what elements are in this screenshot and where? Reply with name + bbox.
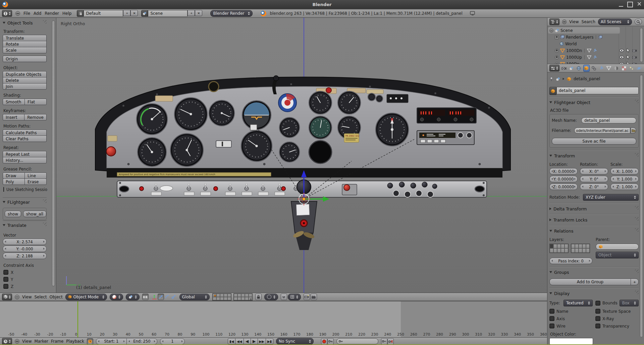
proportional-edit-dropdown[interactable]: [264, 294, 278, 300]
panel-drag-corner[interactable]: [633, 269, 639, 275]
parent-field[interactable]: [596, 244, 639, 250]
jump-to-end-button[interactable]: ▶▮: [266, 338, 273, 344]
gp-line-button[interactable]: Line: [24, 172, 47, 179]
bounds-checkbox[interactable]: [595, 301, 600, 306]
tab-scene[interactable]: [568, 65, 574, 72]
renderable-camera-icon[interactable]: [632, 56, 637, 59]
menu-file[interactable]: File: [23, 11, 30, 16]
mesh-name-field[interactable]: details_panel: [581, 117, 636, 124]
outliner-item-renderlayers[interactable]: RenderLayers: [555, 34, 602, 40]
tab-material[interactable]: [613, 65, 620, 72]
mode-dropdown[interactable]: Object Mode: [65, 294, 107, 300]
start-frame-field[interactable]: Start: 1: [96, 338, 127, 345]
transparency-checkbox[interactable]: [595, 324, 600, 329]
previous-keyframe-button[interactable]: ◀◀: [235, 338, 244, 344]
scene-name-field[interactable]: Scene: [148, 10, 187, 17]
tab-object[interactable]: [583, 65, 590, 72]
eye-icon[interactable]: [619, 49, 624, 52]
outliner-scrollbar[interactable]: [640, 28, 643, 62]
panel-drag-corner[interactable]: [633, 228, 639, 234]
pin-icon[interactable]: [549, 77, 553, 81]
join-button[interactable]: Join: [3, 83, 47, 90]
panel-drag-corner[interactable]: [633, 206, 639, 212]
calculate-paths-button[interactable]: Calculate Paths: [3, 130, 47, 136]
outliner-item-world[interactable]: World: [559, 41, 577, 47]
display-type-dropdown[interactable]: Textured: [564, 300, 593, 306]
tab-modifiers[interactable]: [598, 65, 604, 72]
window-minimize-button[interactable]: [619, 2, 623, 7]
window-duplicate-icon[interactable]: [470, 11, 475, 16]
properties-scrollbar[interactable]: [640, 75, 643, 337]
transform-orientation-dropdown[interactable]: Global: [179, 294, 210, 300]
panel-drag-corner[interactable]: [633, 153, 639, 159]
selectable-cursor-icon[interactable]: [627, 55, 630, 59]
expand-plus-icon[interactable]: [555, 49, 559, 53]
menu-tl-playback[interactable]: Playback: [66, 339, 84, 344]
relations-layers-a[interactable]: [549, 244, 569, 253]
manipulator-scale-icon[interactable]: [170, 294, 177, 300]
panel-header-transform[interactable]: Transform: [549, 153, 639, 159]
manipulator-rotate-icon[interactable]: [164, 294, 170, 300]
scene-breadcrumb-icon[interactable]: [556, 77, 560, 81]
manipulator-arrow-icon[interactable]: [158, 294, 164, 300]
repeat-last-button[interactable]: Repeat Last: [3, 151, 47, 157]
end-frame-field[interactable]: End: 250: [126, 338, 157, 345]
gp-draw-button[interactable]: Draw: [3, 172, 25, 179]
object-name-widget[interactable]: details_panel: [549, 87, 639, 94]
rot-y-field[interactable]: Y: 0°: [580, 176, 608, 182]
tool-shelf-scrollbar[interactable]: [52, 20, 55, 286]
editor-type-selector-timeline[interactable]: [2, 338, 12, 345]
rot-z-field[interactable]: Z: 0°: [580, 184, 608, 190]
scale-x-field[interactable]: X: 1.000: [610, 168, 639, 175]
new-group-plus-button[interactable]: ＋: [631, 279, 639, 285]
use-sketching-checkbox[interactable]: [3, 187, 4, 192]
vector-x-field[interactable]: X: 2.574: [3, 239, 47, 245]
snap-magnet-icon[interactable]: [281, 294, 287, 300]
menu-help[interactable]: Help: [62, 11, 71, 16]
render-opengl-icon[interactable]: [304, 294, 310, 300]
rot-x-field[interactable]: X: 0°: [580, 168, 608, 175]
menu-outliner-search[interactable]: Search: [582, 19, 595, 24]
panel-header-delta-transform[interactable]: Delta Transform: [549, 206, 639, 212]
panel-header-flightgear-object[interactable]: Flightgear Object: [549, 99, 639, 105]
timeline-ruler-area[interactable]: -50-40-30-20-100102030405060708090100110…: [0, 301, 547, 338]
window-titlebar[interactable]: Blender: [0, 0, 644, 9]
expand-icon[interactable]: [549, 29, 553, 33]
properties-editor[interactable]: details_panel details_panel Flightgear O…: [547, 64, 644, 345]
play-button[interactable]: ▶: [251, 338, 258, 344]
rotate-button[interactable]: Rotate: [3, 41, 47, 47]
insert-keyframes-button[interactable]: [381, 338, 387, 345]
flat-button[interactable]: Flat: [24, 99, 47, 105]
rotation-mode-dropdown[interactable]: XYZ Euler: [583, 194, 639, 201]
collapse-menus-icon[interactable]: [15, 295, 19, 299]
menu-object[interactable]: Object: [50, 295, 63, 299]
menu-render[interactable]: Render: [45, 11, 59, 16]
restrict-icons-1000dn[interactable]: [619, 48, 637, 53]
viewport-shading-dropdown[interactable]: [110, 294, 123, 300]
object-color-swatch[interactable]: [549, 338, 593, 345]
relations-layers-b[interactable]: [571, 244, 590, 253]
translate-button[interactable]: Translate: [3, 35, 47, 41]
delete-keyframes-button[interactable]: [387, 338, 394, 345]
panel-header-display[interactable]: Display: [549, 290, 639, 296]
file-browse-button[interactable]: [631, 128, 636, 134]
panel-header-translate[interactable]: Translate: [3, 222, 47, 228]
eye-icon[interactable]: [619, 56, 624, 59]
vector-y-field[interactable]: Y: -0.000: [3, 246, 47, 252]
loc-y-field[interactable]: Y: 0.00000: [549, 176, 578, 182]
panel-drag-corner[interactable]: [41, 223, 47, 228]
tab-physics[interactable]: [636, 65, 642, 72]
tab-world[interactable]: [576, 65, 582, 72]
axis-y-checkbox[interactable]: [3, 277, 8, 282]
snap-element-dropdown[interactable]: [288, 294, 301, 300]
scene-selector-icon[interactable]: [141, 10, 148, 17]
editor-type-selector-properties[interactable]: [549, 65, 559, 71]
tab-texture[interactable]: [621, 65, 627, 72]
clear-paths-button[interactable]: Clear Paths: [3, 136, 47, 142]
tab-constraints[interactable]: [591, 65, 597, 72]
outliner-scope-dropdown[interactable]: All Scenes: [598, 18, 632, 25]
axis-checkbox[interactable]: [549, 316, 554, 321]
tab-particles[interactable]: [628, 65, 634, 72]
menu-outliner-view[interactable]: View: [569, 19, 579, 24]
outliner-item-scene[interactable]: Scene: [548, 27, 620, 34]
